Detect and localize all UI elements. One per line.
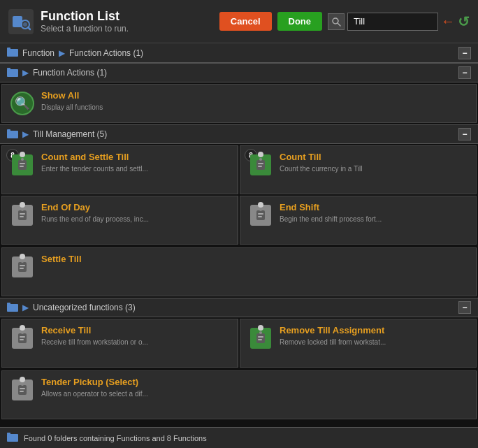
remove-till-icon (247, 325, 274, 352)
tender-pickup-info: Tender Pickup (Select) Allows an operato… (41, 377, 469, 398)
section1-arrow: ▶ (22, 68, 29, 78)
search-area: ← ↺ (328, 13, 470, 31)
svg-rect-47 (7, 434, 18, 442)
section1-collapse-btn[interactable]: − (458, 66, 471, 79)
settle-till-name: Settle Till (41, 254, 469, 264)
count-till-name: Count Till (280, 152, 469, 162)
tag-icon-green (12, 154, 33, 175)
svg-rect-17 (256, 160, 265, 170)
svg-rect-12 (7, 129, 10, 131)
svg-rect-48 (7, 433, 10, 435)
end-of-day-icon (9, 202, 36, 229)
end-of-day-name: End Of Day (41, 202, 231, 212)
breadcrumb: Function ▶ Function Actions (1) − (0, 43, 478, 63)
svg-rect-8 (7, 48, 10, 50)
remove-till-name: Remove Till Assignment (280, 325, 469, 335)
search-icon-button[interactable] (328, 13, 345, 30)
svg-point-30 (21, 260, 24, 263)
count-settle-info: Count and Settle Till Enter the tender c… (41, 152, 231, 173)
svg-point-44 (21, 383, 24, 386)
svg-rect-27 (258, 213, 263, 215)
svg-rect-46 (20, 391, 24, 392)
show-all-name: Show All (41, 90, 469, 101)
done-button[interactable]: Done (277, 12, 323, 31)
tender-pickup-name: Tender Pickup (Select) (41, 377, 469, 387)
refresh-button[interactable]: ↺ (458, 13, 470, 30)
count-till-desc: Count the currency in a Till (280, 165, 469, 173)
svg-rect-13 (18, 160, 27, 170)
section2-arrow: ▶ (22, 129, 29, 139)
tag-icon-remove (250, 328, 271, 349)
list-item[interactable]: 🔍 Show All Display all functions (1, 84, 477, 123)
svg-line-2 (28, 27, 30, 29)
count-settle-desc: Enter the tender counts and settl... (41, 165, 231, 173)
list-item[interactable]: End Shift Begin the end shift process fo… (240, 196, 477, 245)
tender-pickup-desc: Allows an operator to select a dif... (41, 390, 469, 398)
receive-till-icon (9, 325, 36, 352)
list-item[interactable]: 8 Count Till Count the currency in a Til… (240, 145, 477, 194)
section-uncategorized-header: ▶ Uncategorized functions (3) − (0, 298, 478, 317)
end-shift-info: End Shift Begin the end shift process fo… (280, 202, 469, 223)
svg-point-18 (259, 158, 262, 161)
svg-rect-39 (256, 333, 265, 343)
section-till-management-header: ▶ Till Management (5) − (0, 124, 478, 144)
svg-rect-32 (20, 268, 24, 269)
tag-icon-gray2 (250, 205, 271, 226)
section2-collapse-btn[interactable]: − (458, 128, 471, 140)
section3-collapse-btn[interactable]: − (458, 301, 471, 314)
list-item[interactable]: Tender Pickup (Select) Allows an operato… (1, 370, 477, 419)
svg-rect-35 (18, 333, 27, 343)
end-of-day-desc: Runs the end of day process, inc... (41, 215, 231, 223)
svg-rect-21 (18, 210, 27, 220)
app-icon (8, 9, 34, 34)
tag-icon-receive (12, 328, 33, 349)
status-icon (7, 432, 18, 444)
section-function-actions-header: ▶ Function Actions (1) − (0, 63, 478, 82)
svg-rect-23 (20, 213, 25, 215)
breadcrumb-folder-icon (7, 47, 18, 59)
svg-rect-25 (256, 210, 265, 220)
svg-rect-29 (18, 262, 27, 272)
section3-arrow: ▶ (22, 303, 29, 312)
tender-pickup-icon (9, 377, 36, 403)
svg-rect-33 (7, 304, 18, 312)
header-right: Cancel Done ← ↺ (219, 12, 470, 31)
cancel-button[interactable]: Cancel (219, 12, 272, 31)
show-all-info: Show All Display all functions (41, 90, 469, 111)
list-item[interactable]: End Of Day Runs the end of day process, … (1, 196, 238, 245)
list-item[interactable]: Settle Till (1, 247, 477, 296)
list-item[interactable]: Remove Till Assignment Remove locked til… (240, 319, 477, 368)
section2-folder-icon (7, 129, 18, 140)
section3-tender-grid: Tender Pickup (Select) Allows an operato… (0, 369, 478, 421)
status-bar: Found 0 folders containing Functions and… (0, 427, 478, 448)
tag-icon-tender (12, 380, 33, 400)
show-all-desc: Display all functions (41, 103, 469, 111)
svg-rect-10 (7, 68, 10, 70)
list-item[interactable]: Receive Till Receive till from workstati… (1, 319, 238, 368)
status-text: Found 0 folders containing Functions and… (24, 434, 207, 442)
svg-line-5 (338, 23, 340, 26)
settle-till-info: Settle Till (41, 254, 469, 267)
svg-rect-28 (258, 216, 262, 217)
end-of-day-info: End Of Day Runs the end of day process, … (41, 202, 231, 223)
svg-point-40 (259, 331, 262, 334)
header-text: Function List Select a function to run. (41, 9, 129, 34)
section1-title: Function Actions (1) (33, 68, 107, 78)
page-title: Function List (41, 9, 129, 24)
tag-icon-gray (12, 205, 33, 226)
search-input[interactable] (347, 13, 438, 31)
receive-till-info: Receive Till Receive till from workstati… (41, 325, 231, 346)
svg-rect-31 (20, 265, 25, 266)
svg-rect-20 (258, 166, 262, 167)
header-left: Function List Select a function to run. (8, 9, 129, 34)
svg-rect-11 (7, 131, 18, 138)
breadcrumb-collapse-btn[interactable]: − (458, 47, 471, 59)
list-item[interactable]: 8 Count and Settle Till Enter the tender… (1, 145, 238, 194)
header: Function List Select a function to run. … (0, 0, 478, 43)
svg-rect-24 (20, 216, 24, 217)
main-content[interactable]: ▶ Function Actions (1) − 🔍 Show All Disp… (0, 63, 478, 427)
receive-till-name: Receive Till (41, 325, 231, 335)
count-till-info: Count Till Count the currency in a Till (280, 152, 469, 173)
page-subtitle: Select a function to run. (41, 24, 129, 34)
receive-till-desc: Receive till from workstation or o... (41, 338, 231, 346)
